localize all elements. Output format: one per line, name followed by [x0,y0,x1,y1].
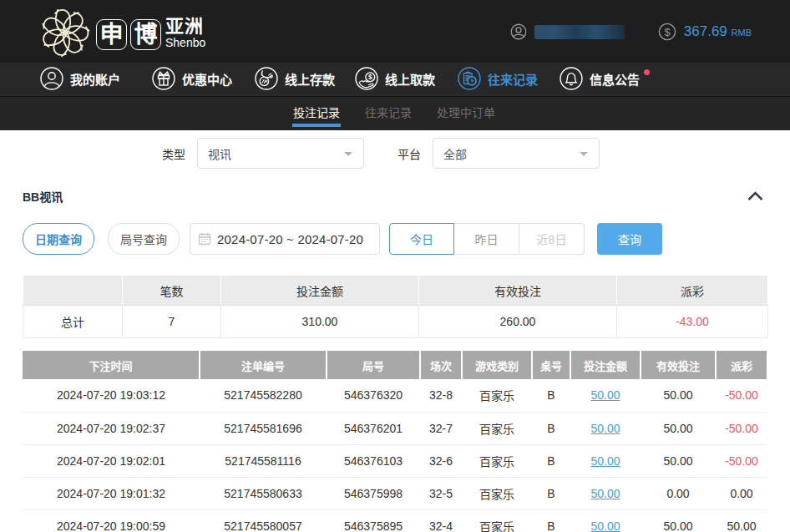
svg-text:$: $ [368,73,372,81]
svg-text:$: $ [664,26,670,38]
